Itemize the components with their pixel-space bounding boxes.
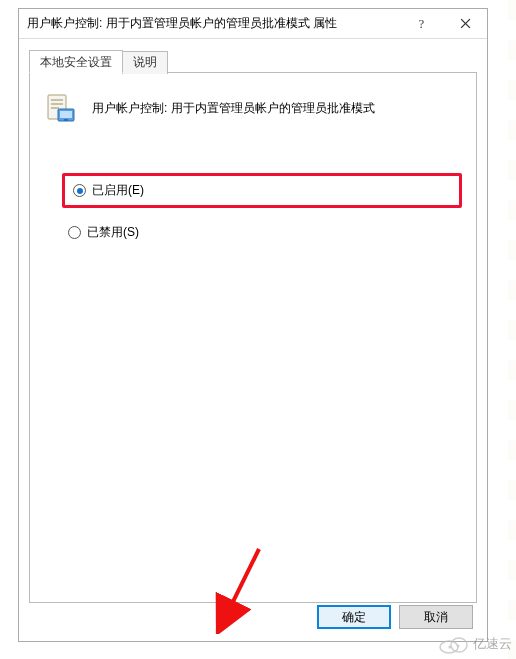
- radio-enabled-label: 已启用(E): [92, 182, 144, 199]
- svg-rect-8: [60, 111, 72, 118]
- close-icon: [460, 18, 471, 29]
- background-edge: [508, 0, 516, 659]
- help-icon: ?: [416, 18, 427, 29]
- watermark-text: 亿速云: [473, 635, 512, 653]
- ok-button[interactable]: 确定: [317, 605, 391, 629]
- help-button[interactable]: ?: [399, 9, 443, 38]
- svg-text:?: ?: [418, 18, 423, 29]
- client-area: 本地安全设置 说明 用户帐户控制: 用于内置管理员帐户的管理员批准模式: [19, 39, 487, 641]
- svg-point-15: [457, 645, 460, 648]
- svg-rect-6: [51, 107, 59, 109]
- button-row: 确定 取消: [317, 605, 473, 629]
- radio-enabled-indicator: [73, 184, 86, 197]
- tab-explain[interactable]: 说明: [122, 51, 168, 74]
- policy-header: 用户帐户控制: 用于内置管理员帐户的管理员批准模式: [44, 91, 462, 125]
- tab-local-security[interactable]: 本地安全设置: [29, 50, 123, 73]
- svg-rect-5: [51, 103, 63, 105]
- radio-group: 已启用(E) 已禁用(S): [62, 173, 462, 245]
- svg-point-14: [449, 646, 452, 649]
- policy-icon: [44, 91, 78, 125]
- close-button[interactable]: [443, 9, 487, 38]
- policy-title: 用户帐户控制: 用于内置管理员帐户的管理员批准模式: [92, 100, 375, 117]
- cloud-icon: [437, 633, 469, 655]
- titlebar-text: 用户帐户控制: 用于内置管理员帐户的管理员批准模式 属性: [27, 15, 399, 32]
- properties-dialog: 用户帐户控制: 用于内置管理员帐户的管理员批准模式 属性 ? 本地安全设置 说明: [18, 8, 488, 642]
- radio-disabled-indicator: [68, 226, 81, 239]
- radio-disabled-label: 已禁用(S): [87, 224, 139, 241]
- tab-panel: 用户帐户控制: 用于内置管理员帐户的管理员批准模式 已启用(E) 已禁用(S): [29, 73, 477, 603]
- cancel-button[interactable]: 取消: [399, 605, 473, 629]
- titlebar: 用户帐户控制: 用于内置管理员帐户的管理员批准模式 属性 ?: [19, 9, 487, 39]
- svg-rect-9: [64, 119, 68, 121]
- radio-disabled[interactable]: 已禁用(S): [62, 220, 462, 245]
- watermark: 亿速云: [437, 633, 512, 655]
- tabstrip: 本地安全设置 说明: [29, 49, 477, 73]
- svg-rect-4: [51, 99, 63, 101]
- radio-enabled[interactable]: 已启用(E): [62, 173, 462, 208]
